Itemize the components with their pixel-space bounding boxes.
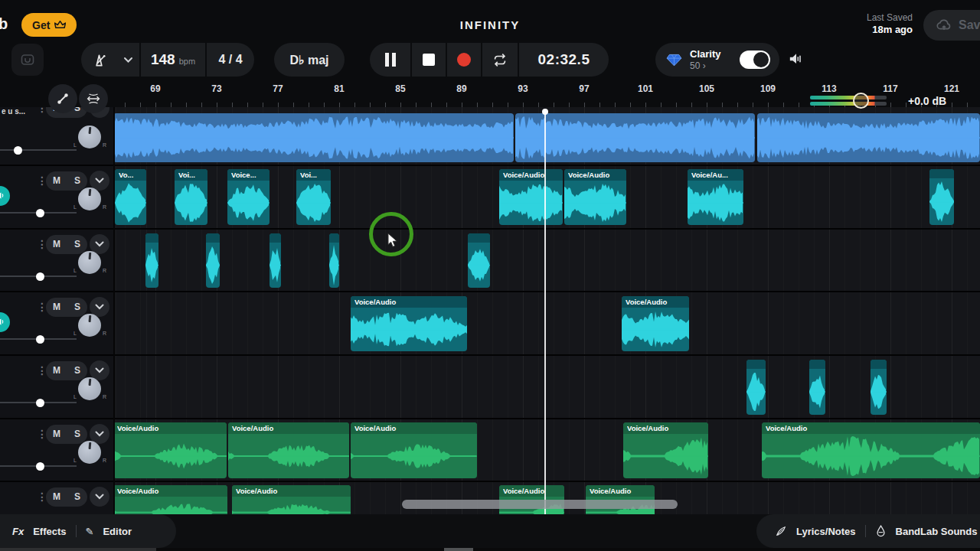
- volume-knob[interactable]: [36, 399, 44, 407]
- bandlab-logo-fragment[interactable]: b: [0, 15, 8, 33]
- volume-slider[interactable]: [0, 402, 77, 403]
- solo-button[interactable]: S: [74, 365, 80, 376]
- loop-button[interactable]: [482, 43, 518, 77]
- speaker-icon[interactable]: [789, 52, 804, 66]
- audio-clip[interactable]: [113, 113, 514, 162]
- audio-clip[interactable]: [809, 360, 825, 415]
- record-button[interactable]: [447, 43, 481, 77]
- metronome-chevron[interactable]: [116, 43, 139, 77]
- pan-knob[interactable]: LR: [74, 377, 112, 400]
- bottom-scroll-left[interactable]: [0, 548, 156, 551]
- track-lane-1[interactable]: [113, 107, 980, 165]
- pan-dial[interactable]: [78, 314, 101, 337]
- solo-button[interactable]: S: [74, 107, 80, 113]
- audio-clip[interactable]: [145, 233, 158, 288]
- volume-knob[interactable]: [36, 209, 44, 217]
- metronome-button[interactable]: [81, 43, 116, 77]
- track-collapse-chevron[interactable]: [90, 487, 109, 507]
- pan-knob[interactable]: LR: [74, 314, 112, 337]
- audio-clip[interactable]: [468, 233, 490, 288]
- save-button[interactable]: Save: [923, 10, 980, 41]
- pan-dial[interactable]: [78, 441, 101, 464]
- volume-slider[interactable]: [0, 338, 77, 340]
- track-lane-7[interactable]: Voice/AudioVoice/AudioVoice/AudioVoice/A…: [113, 482, 980, 514]
- get-membership-button[interactable]: Get: [21, 13, 77, 37]
- mute-button[interactable]: M: [53, 429, 60, 439]
- solo-button[interactable]: S: [74, 491, 80, 502]
- solo-button[interactable]: S: [74, 302, 80, 312]
- audio-clip[interactable]: [329, 233, 339, 288]
- audio-clip[interactable]: Voice/Audio: [564, 169, 626, 225]
- fade-tool-button[interactable]: [48, 84, 77, 113]
- audio-clip[interactable]: Voice/Audio: [351, 422, 477, 478]
- key-signature[interactable]: D♭ maj: [274, 43, 345, 77]
- solo-button[interactable]: S: [74, 239, 80, 249]
- audio-clip[interactable]: Voice...: [227, 169, 270, 225]
- pan-dial[interactable]: [78, 187, 101, 210]
- volume-knob[interactable]: [14, 146, 22, 155]
- audio-clip[interactable]: Voice/Audio: [228, 422, 349, 478]
- playhead[interactable]: [544, 112, 546, 514]
- mute-button[interactable]: M: [53, 175, 60, 186]
- volume-slider[interactable]: [0, 465, 77, 467]
- pan-dial[interactable]: [78, 377, 101, 400]
- lyrics-notes-button[interactable]: Lyrics/Notes: [796, 526, 856, 537]
- solo-button[interactable]: S: [74, 175, 80, 186]
- audio-clip[interactable]: Voice/Audio: [232, 485, 351, 514]
- pan-knob[interactable]: LR: [74, 441, 112, 464]
- bottom-scroll-thumb[interactable]: [444, 548, 473, 551]
- audio-clip[interactable]: Voice/Audio: [622, 296, 689, 351]
- audio-clip[interactable]: Voice/Audio: [113, 485, 227, 514]
- solo-button[interactable]: S: [74, 429, 80, 439]
- audio-clip[interactable]: Voice/Audio: [623, 422, 708, 478]
- audio-clip[interactable]: [871, 360, 887, 415]
- horizontal-scrollbar[interactable]: [402, 500, 678, 509]
- time-display[interactable]: 02:32.5: [519, 43, 609, 77]
- audio-clip[interactable]: Vo...: [115, 169, 146, 225]
- clarity-panel[interactable]: Clarity 50 ›: [655, 43, 779, 77]
- audio-clip[interactable]: [746, 360, 766, 415]
- mute-button[interactable]: M: [53, 365, 60, 376]
- mute-button[interactable]: M: [53, 491, 60, 502]
- volume-knob[interactable]: [36, 462, 44, 471]
- audio-clip[interactable]: [515, 113, 755, 162]
- master-volume-knob[interactable]: [853, 93, 869, 109]
- track-lane-4[interactable]: Voice/AudioVoice/Audio: [113, 292, 980, 354]
- audio-clip[interactable]: [929, 169, 954, 225]
- audio-clip[interactable]: Voice/Audio: [499, 169, 563, 225]
- volume-slider[interactable]: [0, 212, 77, 214]
- pause-button[interactable]: [370, 43, 410, 77]
- editor-button[interactable]: Editor: [103, 526, 132, 537]
- track-lane-5[interactable]: [113, 356, 980, 418]
- audio-clip[interactable]: Voice/Audio: [113, 422, 227, 478]
- volume-slider[interactable]: [0, 149, 77, 151]
- audio-clip[interactable]: [206, 233, 220, 288]
- pan-dial[interactable]: [78, 126, 101, 148]
- stretch-tool-button[interactable]: [79, 84, 108, 113]
- pan-knob[interactable]: LR: [74, 187, 112, 210]
- audio-clip[interactable]: Voice/Audio: [762, 422, 980, 478]
- audio-clip[interactable]: Voi...: [175, 169, 207, 225]
- pan-knob[interactable]: LR: [74, 251, 112, 274]
- audio-clip[interactable]: Voi...: [296, 169, 331, 225]
- effects-button[interactable]: Effects: [33, 526, 66, 537]
- volume-slider[interactable]: [0, 276, 77, 277]
- audio-clip[interactable]: [757, 113, 980, 162]
- pan-dial[interactable]: [78, 251, 101, 274]
- mute-button[interactable]: M: [53, 239, 60, 249]
- mute-button[interactable]: M: [53, 302, 60, 312]
- stop-button[interactable]: [412, 43, 446, 77]
- master-volume-meter[interactable]: [810, 96, 887, 108]
- volume-knob[interactable]: [36, 272, 44, 281]
- audio-device-button[interactable]: [11, 44, 44, 76]
- audio-clip[interactable]: Voice/Audio: [351, 296, 467, 351]
- bandlab-sounds-button[interactable]: BandLab Sounds: [896, 526, 978, 537]
- time-signature[interactable]: 4 / 4: [207, 43, 254, 77]
- track-lane-6[interactable]: Voice/AudioVoice/AudioVoice/AudioVoice/A…: [113, 419, 980, 481]
- audio-clip[interactable]: Voice/Au...: [688, 169, 743, 225]
- clarity-toggle[interactable]: [740, 51, 770, 69]
- track-lane-2[interactable]: Vo...Voi...Voice...Voi...Voice/AudioVoic…: [113, 166, 980, 228]
- pan-knob[interactable]: LR: [74, 126, 112, 148]
- volume-knob[interactable]: [36, 335, 44, 344]
- audio-clip[interactable]: [270, 233, 281, 288]
